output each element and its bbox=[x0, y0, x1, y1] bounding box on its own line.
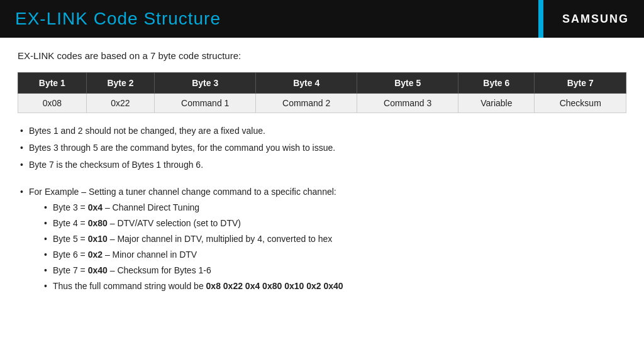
bullet-1: Bytes 1 and 2 should not be changed, the… bbox=[18, 124, 626, 138]
example-sub-bullets: Byte 3 = 0x4 – Channel Direct Tuning Byt… bbox=[42, 201, 626, 293]
cell-byte1: 0x08 bbox=[18, 94, 87, 113]
example-section: For Example – Setting a tuner channel ch… bbox=[18, 185, 626, 293]
sub-bullet-1: Byte 3 = 0x4 – Channel Direct Tuning bbox=[42, 201, 626, 214]
col-header-byte5: Byte 5 bbox=[357, 73, 458, 94]
header-accent-bar bbox=[538, 0, 543, 38]
col-header-byte1: Byte 1 bbox=[18, 73, 87, 94]
cell-byte4: Command 2 bbox=[256, 94, 357, 113]
example-intro-text: For Example – Setting a tuner channel ch… bbox=[29, 187, 336, 197]
sub-bullet-5: Byte 7 = 0x40 – Checksum for Bytes 1-6 bbox=[42, 264, 626, 277]
example-intro: For Example – Setting a tuner channel ch… bbox=[18, 185, 626, 293]
intro-text: EX-LINK codes are based on a 7 byte code… bbox=[18, 50, 626, 61]
sub-bullet-3: Byte 5 = 0x10 – Major channel in DTV, mu… bbox=[42, 233, 626, 246]
bullet-list: Bytes 1 and 2 should not be changed, the… bbox=[18, 124, 626, 172]
cell-byte5: Command 3 bbox=[357, 94, 458, 113]
header: EX-LINK Code Structure SAMSUNG bbox=[0, 0, 644, 38]
sub-bullet-2: Byte 4 = 0x80 – DTV/ATV selection (set t… bbox=[42, 217, 626, 230]
cell-byte6: Variable bbox=[458, 94, 535, 113]
col-header-byte7: Byte 7 bbox=[535, 73, 626, 94]
cell-byte7: Checksum bbox=[535, 94, 626, 113]
sub-bullet-4: Byte 6 = 0x2 – Minor channel in DTV bbox=[42, 248, 626, 261]
samsung-logo: SAMSUNG bbox=[562, 13, 629, 26]
cell-byte3: Command 1 bbox=[155, 94, 256, 113]
content-area: EX-LINK codes are based on a 7 byte code… bbox=[0, 38, 644, 309]
cell-byte2: 0x22 bbox=[86, 94, 155, 113]
byte-structure-table: Byte 1 Byte 2 Byte 3 Byte 4 Byte 5 Byte … bbox=[18, 72, 626, 113]
bullet-2: Bytes 3 through 5 are the command bytes,… bbox=[18, 141, 626, 155]
byte-structure-table-wrapper: Byte 1 Byte 2 Byte 3 Byte 4 Byte 5 Byte … bbox=[18, 72, 626, 113]
header-title: EX-LINK Code Structure bbox=[15, 9, 221, 29]
table-data-row: 0x08 0x22 Command 1 Command 2 Command 3 … bbox=[18, 94, 626, 113]
col-header-byte3: Byte 3 bbox=[155, 73, 256, 94]
sub-bullet-6: Thus the full command string would be 0x… bbox=[42, 280, 626, 293]
col-header-byte2: Byte 2 bbox=[86, 73, 155, 94]
col-header-byte4: Byte 4 bbox=[256, 73, 357, 94]
col-header-byte6: Byte 6 bbox=[458, 73, 535, 94]
table-header-row: Byte 1 Byte 2 Byte 3 Byte 4 Byte 5 Byte … bbox=[18, 73, 626, 94]
bullet-3: Byte 7 is the checksum of Bytes 1 throug… bbox=[18, 158, 626, 172]
